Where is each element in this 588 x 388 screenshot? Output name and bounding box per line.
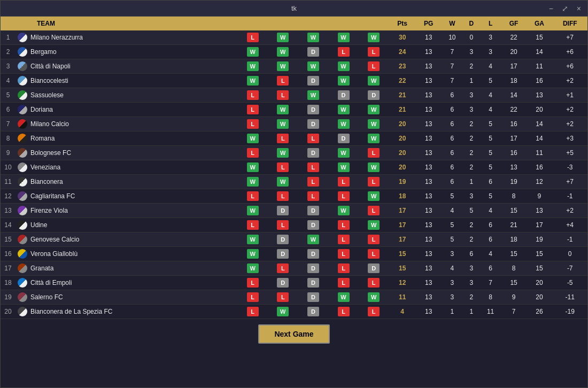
pg-cell: 13: [416, 131, 442, 146]
team-logo: [18, 307, 27, 316]
rank-cell: 5: [1, 88, 16, 103]
result-cell-3: D: [298, 103, 329, 117]
result-badge: D: [277, 249, 289, 259]
result-badge: D: [307, 76, 319, 86]
gf-cell: 22: [501, 103, 527, 117]
result-badge: L: [368, 307, 380, 316]
d-cell: 2: [463, 131, 479, 146]
team-name-cell: Firenze Viola: [16, 204, 237, 218]
ga-cell: 13: [526, 88, 552, 103]
result-cell-2: L: [268, 88, 298, 103]
team-name-cell: Genovese Calcio: [16, 232, 237, 247]
l-header: L: [479, 17, 501, 30]
result-cell-2: W: [268, 146, 298, 160]
result-badge: L: [338, 278, 350, 288]
result-cell-5: L: [359, 45, 389, 59]
ga-cell: 20: [526, 276, 552, 290]
rank-cell: 16: [1, 247, 16, 261]
pts-cell: 12: [389, 276, 415, 290]
result-badge: L: [368, 148, 380, 158]
diff-cell: -1: [552, 232, 587, 247]
team-logo: [18, 263, 27, 273]
result-badge: W: [277, 119, 289, 129]
result-cell-5: L: [359, 276, 389, 290]
result-badge: L: [307, 134, 319, 143]
team-name-cell: Cagliaritana FC: [16, 189, 237, 204]
ga-cell: 20: [526, 103, 552, 117]
maximize-button[interactable]: ⤢: [560, 4, 570, 13]
team-label: Genovese Calcio: [30, 236, 79, 243]
diff-cell: +5: [552, 146, 587, 160]
pg-cell: 13: [416, 232, 442, 247]
pg-cell: 13: [416, 261, 442, 276]
pts-cell: 15: [389, 247, 415, 261]
team-label: Granata: [30, 265, 53, 272]
result-cell-3: L: [298, 131, 329, 146]
diff-cell: -7: [552, 261, 587, 276]
close-button[interactable]: ×: [575, 4, 583, 13]
result-badge: W: [247, 235, 259, 244]
minimize-button[interactable]: −: [547, 4, 555, 13]
result-badge: D: [277, 278, 289, 288]
main-window: tk − ⤢ × TEAM Pts PG W D: [0, 0, 588, 388]
result-cell-2: L: [268, 160, 298, 175]
result-cell-3: L: [298, 160, 329, 175]
table-row: 17GranataWLDLD1513436815-7: [1, 261, 587, 276]
result-badge: W: [368, 292, 380, 302]
pg-cell: 13: [416, 160, 442, 175]
standings-table: TEAM Pts PG W D L GF GA DIFF 1Milano: [1, 17, 587, 319]
result-badge: L: [338, 235, 350, 244]
rank-cell: 18: [1, 276, 16, 290]
result-badge: W: [307, 90, 319, 100]
gf-cell: 18: [501, 232, 527, 247]
pts-cell: 21: [389, 103, 415, 117]
result-badge: L: [307, 162, 319, 172]
result-cell-1: L: [237, 290, 268, 305]
w-cell: 3: [442, 276, 463, 290]
result-cell-3: D: [298, 117, 329, 131]
result-badge: W: [247, 249, 259, 259]
diff-cell: +6: [552, 45, 587, 59]
team-label: Firenze Viola: [30, 207, 68, 214]
result-cell-4: D: [328, 88, 359, 103]
ga-cell: 20: [526, 290, 552, 305]
result-badge: L: [338, 191, 350, 201]
ga-header: GA: [526, 17, 552, 30]
w-cell: 6: [442, 117, 463, 131]
ga-cell: 19: [526, 232, 552, 247]
l-cell: 5: [479, 74, 501, 88]
gf-cell: 17: [501, 59, 527, 74]
result-badge: W: [368, 105, 380, 114]
result-cell-1: W: [237, 247, 268, 261]
result-cell-3: D: [298, 45, 329, 59]
pg-cell: 13: [416, 290, 442, 305]
team-logo: [18, 292, 27, 302]
result-badge: D: [338, 90, 350, 100]
pts-cell: 20: [389, 117, 415, 131]
result-cell-4: L: [328, 218, 359, 232]
rank-cell: 19: [1, 290, 16, 305]
gf-cell: 20: [501, 45, 527, 59]
result-badge: W: [338, 292, 350, 302]
result-badge: W: [247, 177, 259, 187]
team-name-cell: Doriana: [16, 103, 237, 117]
team-label: Verona Gialloblù: [30, 250, 78, 258]
result-badge: W: [277, 148, 289, 158]
team-logo: [18, 90, 27, 100]
d-cell: 2: [463, 59, 479, 74]
result-badge: L: [277, 292, 289, 302]
result-cell-5: W: [359, 117, 389, 131]
result-cell-5: W: [359, 160, 389, 175]
result-badge: W: [307, 61, 319, 71]
l-cell: 4: [479, 103, 501, 117]
team-label: Udine: [30, 221, 47, 229]
next-game-button[interactable]: Next Game: [258, 324, 329, 344]
result-cell-2: D: [268, 247, 298, 261]
pg-cell: 13: [416, 74, 442, 88]
d-cell: 2: [463, 232, 479, 247]
pg-cell: 13: [416, 204, 442, 218]
next-game-container: Next Game: [1, 319, 587, 350]
rank-cell: 6: [1, 103, 16, 117]
diff-cell: -1: [552, 189, 587, 204]
result-cell-2: D: [268, 232, 298, 247]
